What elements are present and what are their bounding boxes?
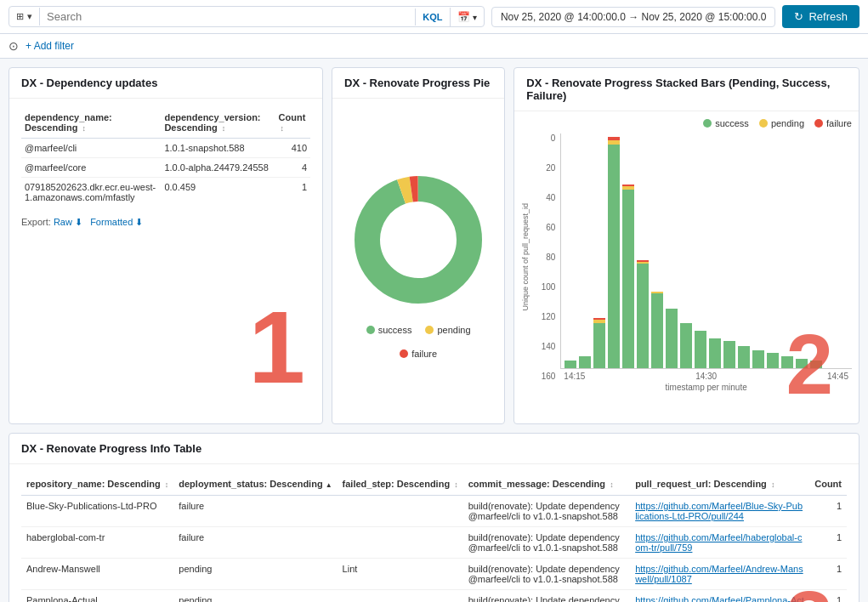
legend-pending: pending <box>425 325 470 335</box>
pr-url-cell: https://github.com/Marfeel/Pamplona-Actu… <box>630 590 809 603</box>
col-count[interactable]: Count ↕ <box>275 107 310 139</box>
bar-segment-success <box>680 323 692 368</box>
failed-step-cell: Lint <box>338 559 463 590</box>
y-axis-tick: 80 <box>535 253 555 262</box>
table-row: @marfeel/core 1.0.0-alpha.24479.24558 4 <box>21 158 310 178</box>
raw-export-link[interactable]: Raw ⬇ <box>54 217 82 227</box>
dep-count-cell: 4 <box>275 158 310 178</box>
x-label-1430: 14:30 <box>695 372 717 381</box>
pie-container: success pending failure <box>344 107 492 415</box>
top-bar: ⊞ ▾ KQL 📅 ▾ Nov 25, 2020 @ 14:00:00.0 → … <box>0 0 868 34</box>
y-axis-tick: 20 <box>535 163 555 173</box>
col-count[interactable]: Count <box>809 473 847 496</box>
panel-1-body: dependency_name: Descending ↕ dependency… <box>9 99 322 423</box>
bar-legend-failure: failure <box>814 118 852 128</box>
col-failed-step[interactable]: failed_step: Descending ↕ <box>338 473 463 496</box>
repo-name-cell: Blue-Sky-Publications-Ltd-PRO <box>21 496 173 527</box>
bar-legend-dot-failure <box>814 119 823 128</box>
deploy-status-cell: failure <box>173 496 337 527</box>
bar-segment-success <box>752 350 764 368</box>
refresh-icon: ↻ <box>794 10 803 23</box>
search-input[interactable] <box>40 7 415 26</box>
calendar-icon-btn[interactable]: 📅 ▾ <box>450 8 484 26</box>
count-cell: 1 <box>809 496 847 527</box>
table-row: 079185202623.dkr.ecr.eu-west-1.amazonaws… <box>21 178 310 207</box>
dep-count-cell: 410 <box>275 139 310 158</box>
refresh-button[interactable]: ↻ Refresh <box>782 5 859 28</box>
bar-group <box>593 318 605 368</box>
commit-msg-cell: build(renovate): Update dependency @marf… <box>463 590 631 603</box>
col-commit-msg[interactable]: commit_message: Descending ↕ <box>463 473 631 496</box>
table-row: Blue-Sky-Publications-Ltd-PRO failure bu… <box>21 496 847 527</box>
bar-group <box>738 346 750 368</box>
legend-dot-success <box>366 326 375 334</box>
x-label-1415: 14:15 <box>564 372 585 381</box>
bar-segment-success <box>695 331 706 368</box>
bar-segment-success <box>564 361 576 368</box>
panel-3-title: DX - Renovate Progress Stacked Bars (Pen… <box>514 68 859 111</box>
dep-version-cell: 0.0.459 <box>161 178 275 207</box>
y-axis-tick: 60 <box>535 223 555 232</box>
panel-stacked-bars: DX - Renovate Progress Stacked Bars (Pen… <box>513 67 859 424</box>
y-axis-tick: 160 <box>535 372 555 381</box>
col-dep-name[interactable]: dependency_name: Descending ↕ <box>21 107 161 139</box>
failed-step-cell <box>338 590 463 603</box>
dependency-table: dependency_name: Descending ↕ dependency… <box>21 107 310 207</box>
svg-point-3 <box>384 206 452 274</box>
export-label: Export: <box>21 217 54 227</box>
table-row: Pamplona-Actual pending build(renovate):… <box>21 590 847 603</box>
y-axis-tick: 120 <box>535 312 555 321</box>
bar-group <box>637 260 649 368</box>
table-row: Andrew-Manswell pending Lint build(renov… <box>21 559 847 590</box>
dep-name-cell: @marfeel/cli <box>21 139 161 158</box>
count-cell: 1 <box>809 527 847 559</box>
bar-group <box>723 341 735 368</box>
repo-name-cell: haberglobal-com-tr <box>21 527 173 559</box>
refresh-label: Refresh <box>808 10 848 23</box>
bar-legend-success: success <box>703 118 749 128</box>
bar-group <box>579 356 591 368</box>
legend-label-pending: pending <box>437 325 470 335</box>
bar-group <box>608 137 620 368</box>
pie-legend: success pending failure <box>344 325 492 359</box>
deploy-status-cell: failure <box>173 527 337 559</box>
legend-success: success <box>366 325 412 335</box>
bar-segment-success <box>622 190 634 368</box>
y-axis-label-container: Unique count of pull_request_id <box>521 133 533 381</box>
table-row: haberglobal-com-tr failure build(renovat… <box>21 527 847 559</box>
panel-bottom-title: DX - Renovate Progress Info Table <box>9 434 859 464</box>
panel-2-title: DX - Renovate Progress Pie <box>332 68 504 99</box>
filter-icon-button[interactable]: ⊙ <box>9 39 19 53</box>
legend-label-success: success <box>378 325 412 335</box>
legend-dot-pending <box>425 326 434 334</box>
filter-bar: ⊙ + Add filter <box>0 34 868 59</box>
col-repo-name[interactable]: repository_name: Descending ↕ <box>21 473 173 496</box>
table-row: @marfeel/cli 1.0.1-snapshot.588 410 <box>21 139 310 158</box>
panel-1-big-number: 1 <box>248 296 305 398</box>
kql-badge[interactable]: KQL <box>415 9 449 26</box>
pr-url-cell: https://github.com/Marfeel/Blue-Sky-Publ… <box>630 496 809 527</box>
date-range-text: Nov 25, 2020 @ 14:00:00.0 → Nov 25, 2020… <box>501 11 767 23</box>
panel-dependency-updates: DX - Dependency updates dependency_name:… <box>9 67 323 424</box>
col-dep-version[interactable]: dependency_version: Descending ↕ <box>161 107 275 139</box>
bar-group <box>767 353 779 368</box>
y-axis-tick: 140 <box>535 342 555 351</box>
add-filter-button[interactable]: + Add filter <box>26 40 74 52</box>
failed-step-cell <box>338 527 463 559</box>
dep-count-cell: 1 <box>275 178 310 207</box>
formatted-export-link[interactable]: Formatted ⬇ <box>90 217 143 227</box>
panel-info-table: DX - Renovate Progress Info Table reposi… <box>9 433 859 602</box>
top-panels-row: DX - Dependency updates dependency_name:… <box>9 67 859 424</box>
date-range-picker[interactable]: Nov 25, 2020 @ 14:00:00.0 → Nov 25, 2020… <box>491 7 776 27</box>
bar-group <box>622 185 634 368</box>
query-type-button[interactable]: ⊞ ▾ <box>9 8 40 26</box>
dep-version-cell: 1.0.1-snapshot.588 <box>161 139 275 158</box>
panel-1-title: DX - Dependency updates <box>9 68 322 99</box>
y-axis-tick: 40 <box>535 193 555 202</box>
col-deploy-status[interactable]: deployment_status: Descending ▲ <box>173 473 337 496</box>
chevron-down-icon: ▾ <box>27 11 32 22</box>
bar-segment-success <box>738 346 750 368</box>
bar-segment-success <box>767 353 779 368</box>
col-pr-url[interactable]: pull_request_url: Descending ↕ <box>630 473 809 496</box>
legend-failure: failure <box>400 349 437 359</box>
